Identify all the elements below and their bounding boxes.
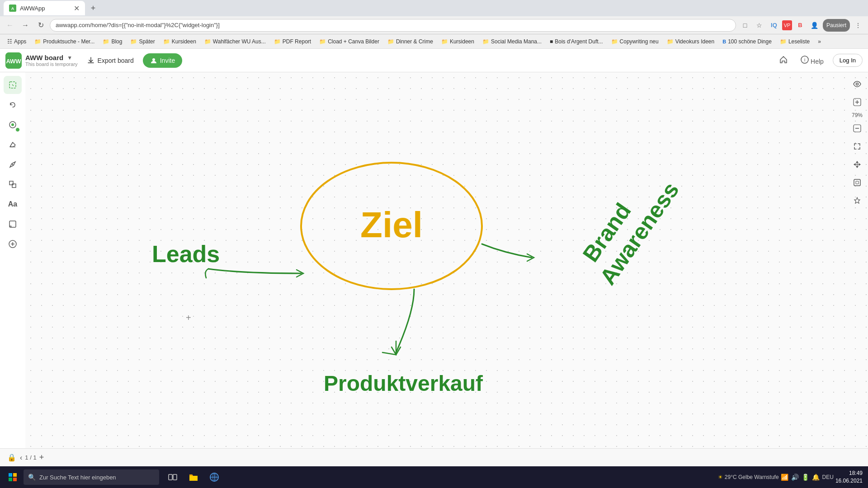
move-icon [853,160,861,169]
active-tab[interactable]: A AWWApp ✕ [4,1,85,15]
iq-icon[interactable]: IQ [768,19,780,32]
taskbar-search-box[interactable]: 🔍 Zur Suche Text hier eingeben [24,469,159,485]
file-explorer-button[interactable] [184,467,203,487]
undo-button[interactable] [4,96,22,114]
new-tab-button[interactable]: + [87,2,99,14]
fit-screen-button[interactable] [849,174,865,191]
battery-icon[interactable]: 🔋 [802,474,809,481]
move-button[interactable] [849,156,865,173]
lock-icon[interactable]: 🔒 [7,453,16,462]
svg-rect-14 [9,221,16,227]
menu-icon[interactable]: ⋮ [852,19,864,32]
bookmark-bois[interactable]: ■ Bois d'Argent Duft... [546,38,607,46]
bookmark-label-3: Kursideen [172,38,196,45]
expand-button[interactable] [849,138,865,155]
text-tool-button[interactable]: Aa [4,195,22,213]
bookmarks-more[interactable]: » [814,38,825,46]
leads-text: Leads [152,241,220,267]
bookmark-pdf[interactable]: 📁 PDF Report [270,38,315,46]
url-bar[interactable]: awwapp.com/home/?dis=[{"no-init-modal"}%… [50,19,736,32]
select-tool-button[interactable] [4,76,22,94]
back-button[interactable]: ← [4,19,16,32]
bookmark-leseliste[interactable]: 📁 Leseliste [776,38,813,46]
bookmark-cload[interactable]: 📁 Cload + Canva Bilder [316,38,383,46]
bookmark-icon[interactable]: ☆ [753,19,766,32]
bookmark-label-10: Bois d'Argent Duft... [555,38,603,45]
bookmark-label-12: Videokurs Ideen [675,38,715,45]
home-icon [779,55,788,64]
bookmark-blog[interactable]: 📁 Blog [99,38,126,46]
brush-tool-button[interactable] [4,116,22,134]
apps-bookmark[interactable]: ☷ Apps [4,38,30,46]
shapes-tool-button[interactable] [4,175,22,193]
bookmark-icon-2: 📁 [130,38,137,45]
svg-rect-30 [173,474,177,480]
reload-button[interactable]: ↻ [34,19,47,32]
help-button[interactable]: i Help [797,54,827,67]
task-view-button[interactable] [163,467,183,487]
ext2-icon[interactable]: B [794,19,807,32]
bookmark-copywriting[interactable]: 📁 Copywriting neu [608,38,662,46]
bookmark-dinner[interactable]: 📁 Dinner & Crime [384,38,437,46]
svg-rect-13 [12,184,16,188]
tab-close-button[interactable]: ✕ [74,4,80,13]
add-content-button[interactable] [4,235,22,253]
chrome-icons: □ ☆ IQ VP B 👤 Pausiert ⋮ [739,19,864,32]
pin-icon [853,197,861,205]
start-button[interactable] [2,468,24,486]
expand-icon [853,142,861,150]
sticky-note-button[interactable] [4,215,22,233]
bookmark-videokurs[interactable]: 📁 Videokurs Ideen [663,38,718,46]
produkt-arrow [396,289,414,352]
pause-label[interactable]: Pausiert [823,19,850,32]
volume-icon[interactable]: 🔊 [791,474,799,481]
pin-button[interactable] [849,192,865,209]
bookmark-label-4: Wahlfächer WU Aus... [213,38,266,45]
canvas-drawing[interactable]: Ziel Leads Brand Awareness Produktverkau… [25,72,868,470]
bookmark-label-14: Leseliste [788,38,810,45]
eye-button[interactable] [849,76,865,92]
previous-page-button[interactable]: ‹ [20,454,22,462]
ext1-icon[interactable]: VP [782,20,792,30]
bookmark-label-0: Produktsuche - Mer... [43,38,94,45]
bookmark-kursideen2[interactable]: 📁 Kursideen [438,38,478,46]
eraser-tool-button[interactable] [4,136,22,154]
bookmark-social[interactable]: 📁 Social Media Mana... [479,38,545,46]
zoom-out-button[interactable] [849,120,865,136]
left-toolbar: Aa [0,72,25,257]
login-button[interactable]: Log In [833,54,863,67]
home-button[interactable] [775,53,792,67]
canvas-area[interactable]: Ziel Leads Brand Awareness Produktverkau… [25,72,868,470]
zoom-out-icon [853,124,861,132]
zoom-in-button[interactable] [849,94,865,110]
svg-rect-29 [169,474,172,480]
forward-button[interactable]: → [19,19,32,32]
export-board-button[interactable]: Export board [81,54,139,67]
brand-awareness-group: Brand Awareness [573,162,684,289]
browser-taskbar-button[interactable] [204,467,224,487]
bookmark-icon-10: ■ [550,38,553,45]
bookmark-produktsuche[interactable]: 📁 Produktsuche - Mer... [31,38,98,46]
language-indicator: DEU [822,474,834,480]
bookmark-kursideen1[interactable]: 📁 Kursideen [160,38,200,46]
notification-icon[interactable]: 🔔 [812,474,820,481]
eraser-icon [8,140,17,149]
bookmark-spaeter[interactable]: 📁 Später [127,38,158,46]
invite-button[interactable]: Invite [143,53,182,68]
svg-rect-26 [13,473,17,477]
network-icon[interactable]: 📶 [781,474,788,481]
right-toolbar: 79% [846,72,868,212]
ext3-icon[interactable]: 👤 [808,19,821,32]
board-dropdown-arrow[interactable]: ▼ [67,55,72,61]
bookmark-100-dinge[interactable]: B 100 schöne Dinge [719,38,775,46]
apps-icon: ☷ [7,38,12,45]
bookmark-label-2: Später [139,38,155,45]
svg-point-9 [11,123,14,126]
app-toolbar: AWW AWW board ▼ This board is temporary … [0,49,868,72]
screenshot-icon[interactable]: □ [739,19,751,32]
pen-tool-button[interactable] [4,155,22,174]
bookmark-icon-0: 📁 [34,38,41,45]
add-page-button[interactable]: + [39,453,44,462]
bookmark-wahlfaecher[interactable]: 📁 Wahlfächer WU Aus... [201,38,269,46]
weather-text: 29°C Gelbe Warnstufe [725,474,779,480]
